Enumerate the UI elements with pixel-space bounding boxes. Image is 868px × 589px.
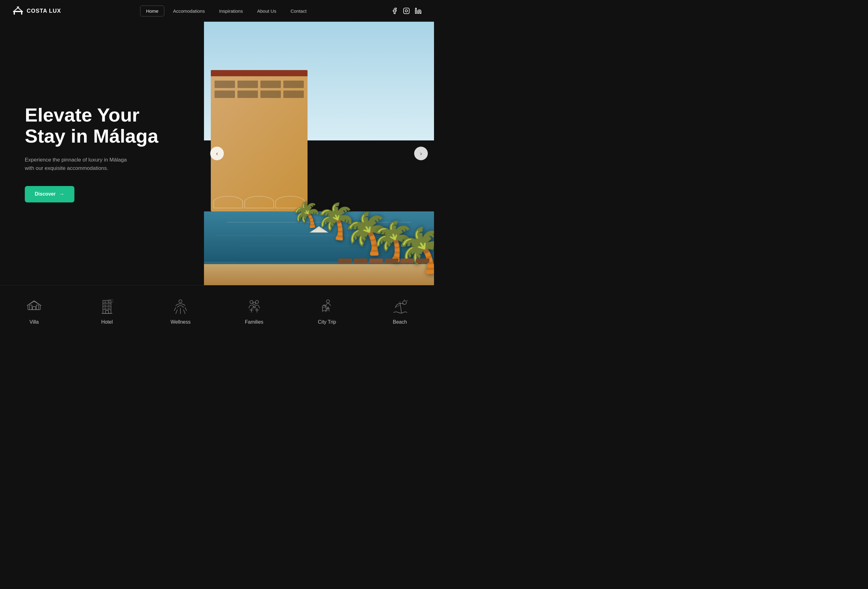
category-beach[interactable]: Beach xyxy=(391,298,409,325)
category-families[interactable]: Families xyxy=(245,298,264,325)
svg-line-39 xyxy=(328,307,329,311)
hero-subtitle: Experience the pinnacle of luxury in Mál… xyxy=(25,156,130,172)
svg-rect-10 xyxy=(32,307,35,310)
discover-button[interactable]: Discover → xyxy=(25,186,74,202)
svg-rect-4 xyxy=(404,8,409,14)
svg-point-48 xyxy=(403,301,406,304)
city-trip-label: City Trip xyxy=(318,319,337,325)
svg-point-7 xyxy=(415,8,417,9)
palm-tree-2: 🌴 xyxy=(314,204,357,238)
navbar: COSTA LUX Home Accomodations Inspiration… xyxy=(0,0,434,22)
social-links xyxy=(391,7,422,14)
logo-icon xyxy=(12,6,24,15)
svg-rect-6 xyxy=(415,10,417,13)
carousel-next-button[interactable]: › xyxy=(414,147,428,160)
svg-rect-1 xyxy=(14,12,15,15)
families-label: Families xyxy=(245,319,264,325)
svg-rect-2 xyxy=(21,12,22,15)
brand-logo[interactable]: COSTA LUX xyxy=(12,6,61,15)
svg-rect-20 xyxy=(105,308,106,309)
svg-rect-19 xyxy=(108,305,109,306)
instagram-icon[interactable] xyxy=(403,7,410,14)
hero-section: Elevate Your Stay in Málaga Experience t… xyxy=(0,22,434,285)
city-trip-icon xyxy=(318,298,337,315)
hero-content: Elevate Your Stay in Málaga Experience t… xyxy=(0,22,204,285)
nav-inspirations[interactable]: Inspirations xyxy=(214,6,249,16)
category-villa[interactable]: Villa xyxy=(25,298,43,325)
linkedin-icon[interactable] xyxy=(415,7,422,14)
villa-icon xyxy=(25,298,43,315)
wellness-icon xyxy=(171,298,190,315)
svg-rect-12 xyxy=(103,300,111,313)
nav-accomodations[interactable]: Accomodations xyxy=(167,6,211,16)
svg-rect-22 xyxy=(105,311,108,313)
svg-point-30 xyxy=(250,300,253,304)
svg-rect-8 xyxy=(30,305,32,310)
category-wellness[interactable]: Wellness xyxy=(170,298,190,325)
svg-rect-9 xyxy=(36,305,39,310)
wellness-label: Wellness xyxy=(170,319,190,325)
villa-label: Villa xyxy=(30,319,39,325)
nav-about[interactable]: About Us xyxy=(251,6,282,16)
svg-line-26 xyxy=(185,307,187,311)
nav-home[interactable]: Home xyxy=(140,6,164,16)
svg-rect-23 xyxy=(108,300,113,303)
lounge-chairs xyxy=(338,258,430,263)
arrow-icon: → xyxy=(59,191,65,198)
nav-links: Home Accomodations Inspirations About Us… xyxy=(140,6,312,16)
svg-line-50 xyxy=(407,300,407,301)
categories-section: Villa Hotel xyxy=(0,285,434,337)
category-hotel[interactable]: Hotel xyxy=(97,298,116,325)
svg-line-27 xyxy=(176,310,177,314)
svg-point-36 xyxy=(253,302,255,305)
hotel-label: Hotel xyxy=(101,319,112,325)
svg-line-25 xyxy=(174,307,176,311)
hotel-icon xyxy=(97,298,116,315)
svg-point-37 xyxy=(326,300,329,303)
families-icon xyxy=(245,298,264,315)
facebook-icon[interactable] xyxy=(391,7,398,14)
svg-rect-16 xyxy=(105,302,106,303)
svg-rect-18 xyxy=(105,305,106,306)
svg-rect-43 xyxy=(324,305,325,306)
svg-point-24 xyxy=(179,300,182,303)
hero-background: 🌴 🌴 🌴 🌴 🌴 xyxy=(204,22,434,285)
svg-line-40 xyxy=(326,308,330,309)
building xyxy=(211,74,307,211)
svg-line-28 xyxy=(183,310,185,314)
svg-rect-21 xyxy=(108,308,109,309)
svg-line-38 xyxy=(327,307,328,311)
nav-contact[interactable]: Contact xyxy=(285,6,312,16)
carousel-prev-button[interactable]: ‹ xyxy=(210,147,224,160)
palm-tree-5: 🌴 xyxy=(395,229,434,272)
category-city-trip[interactable]: City Trip xyxy=(318,298,337,325)
svg-point-33 xyxy=(255,300,258,304)
hero-image-area: 🌴 🌴 🌴 🌴 🌴 xyxy=(204,22,434,285)
beach-label: Beach xyxy=(393,319,407,325)
beach-icon xyxy=(391,298,409,315)
hero-title: Elevate Your Stay in Málaga xyxy=(25,105,179,147)
